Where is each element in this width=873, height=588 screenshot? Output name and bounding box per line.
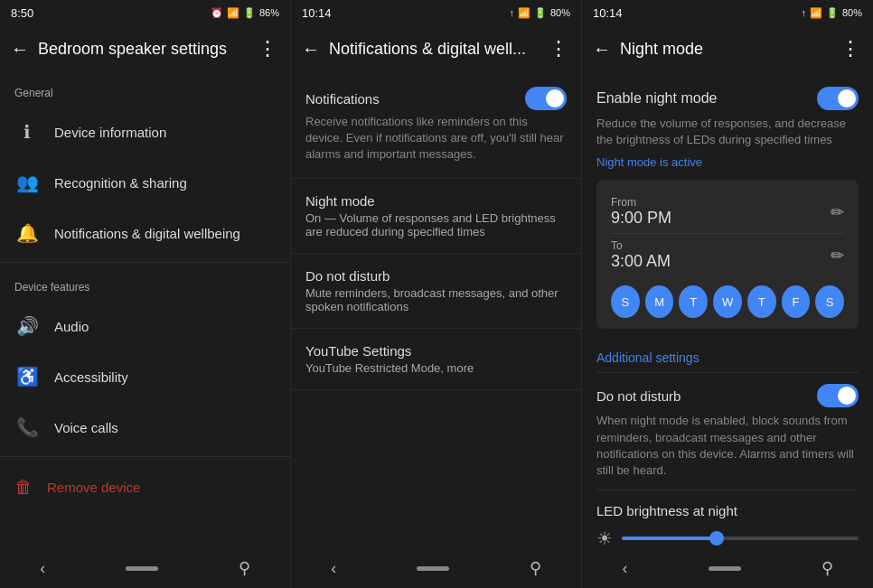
day-saturday[interactable]: S (815, 285, 844, 318)
menu-label-accessibility: Accessibility (54, 369, 128, 385)
page-title-1: Bedroom speaker settings (38, 40, 249, 59)
speaker-icon: 🔊 (14, 313, 40, 339)
toggle-dnd[interactable] (817, 384, 859, 407)
panel-content-3: Enable night mode Reduce the volume of r… (582, 72, 873, 548)
nav-back-2[interactable]: ‹ (331, 559, 336, 578)
back-button-1[interactable]: ← (11, 39, 29, 60)
edit-from-icon[interactable]: ✏ (831, 202, 844, 222)
day-tuesday[interactable]: T (679, 285, 708, 318)
page-title-3: Night mode (620, 40, 831, 59)
bottom-nav-1: ‹ ⚲ (0, 548, 290, 588)
toggle-notifications[interactable] (525, 87, 567, 110)
battery-percent-2: 80% (550, 7, 570, 18)
divider-4 (596, 490, 859, 490)
battery-icon-2: 🔋 (534, 7, 547, 19)
status-icons-1: ⏰ 📶 🔋 86% (211, 7, 279, 19)
from-time-row[interactable]: From 9:00 PM ✏ (611, 191, 844, 233)
panel-bedroom-settings: 8:50 ⏰ 📶 🔋 86% ← Bedroom speaker setting… (0, 0, 291, 588)
nav-accessibility-1[interactable]: ⚲ (239, 558, 250, 578)
to-time-value: 3:00 AM (611, 252, 671, 271)
edit-to-icon[interactable]: ✏ (831, 246, 844, 266)
battery-icon: 🔋 (243, 7, 256, 19)
menu-item-voice-calls[interactable]: 📞 Voice calls (0, 402, 290, 453)
status-bar-2: 10:14 ↑ 📶 🔋 80% (291, 0, 581, 25)
additional-settings-link[interactable]: Additional settings (596, 340, 859, 369)
panel-night-mode: 10:14 ↑ 📶 🔋 80% ← Night mode ⋮ Enable ni… (582, 0, 873, 588)
bottom-nav-2: ‹ ⚲ (291, 548, 581, 588)
to-time-info: To 3:00 AM (611, 239, 671, 271)
menu-label-notifications: Notifications & digital wellbeing (54, 226, 240, 241)
nav-home-1[interactable] (126, 566, 158, 571)
page-title-2: Notifications & digital well... (329, 40, 540, 59)
more-menu-1[interactable]: ⋮ (258, 37, 279, 61)
menu-item-device-info[interactable]: ℹ Device information (0, 107, 290, 157)
notif-item-notifications[interactable]: Notifications Receive notifications like… (291, 72, 581, 179)
led-slider-thumb[interactable] (709, 531, 724, 546)
more-menu-3[interactable]: ⋮ (840, 37, 862, 61)
bottom-nav-3: ‹ ⚲ (582, 548, 873, 588)
info-icon: ℹ (14, 119, 40, 145)
menu-label-voice-calls: Voice calls (54, 420, 118, 435)
alarm-icon: ⏰ (211, 7, 223, 19)
led-slider-fill (622, 537, 717, 540)
dnd-row: Do not disturb (596, 384, 859, 407)
status-icons-2: ↑ 📶 🔋 80% (509, 7, 570, 19)
led-slider-track[interactable] (622, 537, 859, 540)
back-button-2[interactable]: ← (302, 39, 320, 60)
day-thursday[interactable]: T (747, 285, 776, 318)
panel-content-1: General ℹ Device information 👥 Recogniti… (0, 72, 290, 548)
remove-device-label: Remove device (47, 480, 140, 495)
signal-icon-3: 📶 (810, 7, 822, 19)
toggle-night-mode[interactable] (817, 87, 859, 110)
enable-night-mode-title: Enable night mode (596, 90, 717, 107)
nav-back-3[interactable]: ‹ (623, 559, 628, 578)
day-monday[interactable]: M (645, 285, 674, 318)
menu-item-notifications[interactable]: 🔔 Notifications & digital wellbeing (0, 208, 290, 258)
back-button-3[interactable]: ← (593, 39, 611, 60)
nav-home-3[interactable] (709, 566, 741, 571)
menu-item-audio[interactable]: 🔊 Audio (0, 301, 290, 351)
led-section: LED brightness at night ☀ (596, 503, 859, 548)
night-mode-section: Enable night mode Reduce the volume of r… (582, 72, 873, 548)
day-sunday[interactable]: S (611, 285, 640, 318)
battery-percent-1: 86% (259, 7, 279, 18)
battery-percent-3: 80% (842, 7, 862, 18)
led-brightness-title: LED brightness at night (596, 503, 859, 518)
dnd-title: Do not disturb (596, 388, 681, 404)
toolbar-2: ← Notifications & digital well... ⋮ (291, 25, 581, 72)
from-time-value: 9:00 PM (611, 209, 671, 228)
bell-icon: 🔔 (14, 220, 40, 246)
notif-item-night-mode[interactable]: Night mode On — Volume of responses and … (291, 179, 581, 254)
notif-title-notifications: Notifications (305, 91, 380, 107)
section-general: General (0, 72, 290, 107)
status-bar-3: 10:14 ↑ 📶 🔋 80% (582, 0, 873, 25)
panel-content-2: Notifications Receive notifications like… (291, 72, 581, 548)
nav-accessibility-3[interactable]: ⚲ (821, 558, 833, 578)
day-friday[interactable]: F (782, 285, 811, 318)
menu-item-recognition[interactable]: 👥 Recognition & sharing (0, 157, 290, 208)
more-menu-2[interactable]: ⋮ (549, 37, 570, 61)
phone-icon: 📞 (14, 415, 40, 440)
divider-1 (0, 262, 290, 263)
status-time-1: 8:50 (11, 6, 33, 20)
section-device-features: Device features (0, 266, 290, 301)
accessibility-icon: ♿ (14, 364, 40, 389)
notif-item-dnd[interactable]: Do not disturb Mute reminders, broadcast… (291, 254, 581, 329)
day-wednesday[interactable]: W (713, 285, 742, 318)
status-time-3: 10:14 (593, 6, 623, 20)
battery-icon-3: 🔋 (826, 7, 839, 19)
nav-back-1[interactable]: ‹ (40, 559, 45, 578)
dnd-desc: When night mode is enabled, block sounds… (596, 413, 859, 479)
signal-icon-2: 📶 (518, 7, 530, 19)
remove-device-button[interactable]: 🗑 Remove device (0, 461, 290, 514)
nav-accessibility-2[interactable]: ⚲ (530, 558, 541, 578)
from-time-info: From 9:00 PM (611, 196, 671, 228)
to-time-row[interactable]: To 3:00 AM ✏ (611, 233, 844, 276)
nav-home-2[interactable] (417, 566, 449, 571)
divider-3 (596, 372, 859, 373)
menu-label-device-info: Device information (54, 125, 166, 140)
notif-item-youtube[interactable]: YouTube Settings YouTube Restricted Mode… (291, 329, 581, 390)
menu-item-accessibility[interactable]: ♿ Accessibility (0, 351, 290, 402)
day-selector: S M T W T F S (611, 285, 844, 318)
night-mode-active-badge: Night mode is active (596, 155, 859, 169)
